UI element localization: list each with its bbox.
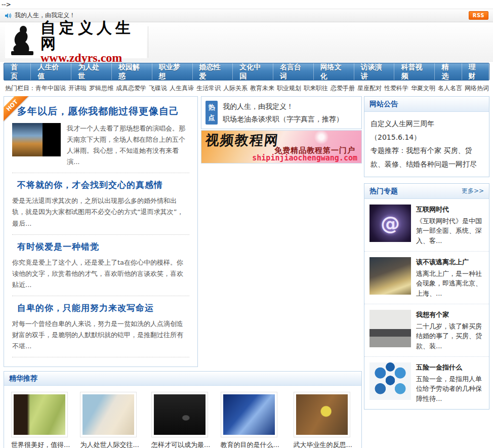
thinker-statue-icon [8,25,37,58]
featured-item: 世界很美好，值得... [7,392,76,448]
featured-thumb-two-women[interactable] [80,392,137,437]
notice-line[interactable]: 专题推荐：我想有个家 买房、贷款、装修、结婚各种问题一网打尽 [371,144,483,171]
topic-thumb-living-room [369,310,411,347]
nav-item-life-value[interactable]: 人生价值 [31,63,71,80]
hot-column-link[interactable]: 职业规划 [277,85,301,92]
topic-desc: 逃离北上广，是一种社会现象，即逃离北京、上海、... [416,269,484,299]
topic-title: 该不该逃离北上广 [416,257,484,267]
hot-column-link[interactable]: 罗辑思维 [89,85,113,92]
article-thumbnail-landscape[interactable] [12,123,61,156]
topic-item[interactable]: @ 互联网时代 《互联网时代》是中国第一部全面、系统、深入、客... [364,199,489,251]
article-title[interactable]: 不将就的你，才会找到交心的真感情 [17,179,189,191]
topic-item[interactable]: 我想有个家 二十几岁，该了解买房结婚的事了，买房、贷款、装... [364,304,489,356]
speaker-icon [5,12,12,19]
topic-title: 我想有个家 [416,310,484,320]
topic-desc: 《互联网时代》是中国第一部全面、系统、深入、客... [416,216,484,246]
site-name: 自定义人生网 [40,20,144,52]
hot-column-link[interactable]: 开讲啦 [68,85,87,92]
hot-topics-box: 热门专题 更多>> @ 互联网时代 《互联网时代》是中国第一部全面、系统、深入、… [364,183,489,410]
divider [12,234,189,235]
notice-line[interactable]: 自定义人生网三周年（2015.6.14） [371,117,483,144]
hot-column-link[interactable]: 职来职往 [304,85,328,92]
article-item: 多年以后，愿你我都能过得更像自己 我才一个人去看了那场想看的演唱会。那天南京下大… [12,105,189,168]
hot-column-link[interactable]: 生活常识 [196,85,221,92]
article-summary: 对每一个曾经自卑的人来说，努力是一贫如洗的人点滴创造财富的双手，是脆弱的人默默织… [12,318,189,352]
featured-thumb-autumn-leaf[interactable] [294,392,350,437]
nav-item-science-video[interactable]: 科普视频 [394,63,435,80]
featured-item: 为人处世人际交往... [76,392,147,448]
nav-item-finance[interactable]: 理财 [462,63,489,80]
featured-item: 武大毕业生的反思... [290,392,358,448]
nav-item-conduct[interactable]: 为人处世 [71,63,112,80]
featured-thumb-tv-interview[interactable] [221,392,277,437]
hot-topics-more-link[interactable]: 更多>> [462,187,484,195]
featured-caption[interactable]: 武大毕业生的反思... [294,440,354,448]
topic-thumb-internet-age: @ [369,205,411,242]
divider [12,357,189,357]
hot-columns-label: 热门栏目： [5,85,35,92]
stray-arrow-text: --> [0,0,493,9]
nav-item-selected[interactable]: 精选 [435,63,462,80]
topic-item[interactable]: 五险一金指什么 五险一金，是指用人单位给予劳动者的几种保障性待... [364,356,489,409]
hot-column-link[interactable]: 恋爱手册 [331,85,355,92]
logo-divider [148,26,148,58]
site-logo[interactable]: 自定义人生网 www.zdyrs.com [5,25,147,58]
topic-desc: 五险一金，是指用人单位给予劳动者的几种保障性待... [416,374,484,404]
hot-column-link[interactable]: 教育未来 [250,85,274,92]
nav-item-interviews[interactable]: 访谈演讲 [354,63,395,80]
hot-column-link[interactable]: 名人名言 [438,85,462,92]
hotspot-label: 热 点 [206,101,218,124]
article-summary: 爱是无法退而求其次的，之所以出现那么多的婚外情和出轨，就是因为大家都试图用不必交… [12,195,189,229]
featured-recommendations-section: 精华推荐 世界很美好，值得... 为人处世人际交往... 怎样才可以成为最... [4,371,362,448]
hot-columns-bar: 热门栏目：青年中国说开讲啦罗辑思维成真恋爱学飞碟说人生真谛生活常识人际关系教育未… [0,80,493,95]
hot-column-link[interactable]: 华夏文明 [411,85,435,92]
site-notice-box: 网站公告 自定义人生网三周年（2015.6.14） 专题推荐：我想有个家 买房、… [364,96,489,177]
article-title[interactable]: 有时候爱是一种错觉 [17,241,189,253]
topic-thumb-city-night [369,257,411,295]
featured-caption[interactable]: 怎样才可以成为最... [151,440,212,448]
nav-item-love[interactable]: 婚恋性爱 [193,63,233,80]
hot-ribbon-badge: HOT [4,96,29,121]
article-item: 有时候爱是一种错觉 你究竟是爱上了这个人，还是爱上了ta在你心中的模样。你读他的… [12,241,189,291]
topic-title: 五险一金指什么 [416,362,484,373]
article-summary: 你究竟是爱上了这个人，还是爱上了ta在你心中的模样。你读他的文字，欣赏着他的才气… [12,257,189,291]
hotspot-link[interactable]: 职场老油条谈求职（字字真言，推荐） [223,113,343,126]
nav-item-culture-china[interactable]: 文化中国 [233,63,273,80]
featured-thumb-stage-woman[interactable] [151,392,208,437]
hot-column-link[interactable]: 人生真谛 [170,85,194,92]
divider [12,173,189,173]
featured-caption[interactable]: 世界很美好，值得... [11,440,72,448]
hot-column-link[interactable]: 人际关系 [223,85,248,92]
hot-column-link[interactable]: 青年中国说 [35,85,66,92]
main-navigation: 首页 人生价值 为人处世 校园解惑 职业梦想 婚恋性爱 文化中国 名言台词 网络… [4,63,489,80]
hotspot-box: 热 点 我的人生，由我定义！ 职场老油条谈求职（字字真言，推荐） [201,96,362,129]
banner-url: shipinjiaochengwang.com [252,153,357,162]
hot-column-link[interactable]: 性爱科学 [384,85,408,92]
video-tutorial-ad-banner[interactable]: 视频教程网 免费精品教程第一门户 shipinjiaochengwang.com [201,130,362,164]
article-title[interactable]: 多年以后，愿你我都能过得更像自己 [17,105,189,118]
featured-thumb-girl-in-field[interactable] [11,392,68,437]
hot-column-link[interactable]: 星座配对 [357,85,382,92]
article-item: 自卑的你，只能用努力来改写命运 对每一个曾经自卑的人来说，努力是一贫如洗的人点滴… [12,302,189,352]
featured-item: 教育的目的是什么... [217,392,290,448]
rss-button[interactable]: RSS [469,11,488,20]
nav-item-career-dream[interactable]: 职业梦想 [152,63,193,80]
article-summary: 我才一个人去看了那场想看的演唱会。那天南京下大雨，全场人都在陪台上的五个人淋雨。… [67,123,189,168]
hot-column-link[interactable]: 网络热词 [465,85,489,92]
topic-item[interactable]: 该不该逃离北上广 逃离北上广，是一种社会现象，即逃离北京、上海、... [364,251,489,304]
site-url: www.zdyrs.com [40,52,144,64]
featured-caption[interactable]: 为人处世人际交往... [80,440,143,448]
topic-desc: 二十几岁，该了解买房结婚的事了，买房、贷款、装... [416,321,484,351]
notice-title: 网站公告 [369,100,398,109]
featured-caption[interactable]: 教育的目的是什么... [221,440,285,448]
topic-thumb-insurance-infographic [369,362,411,400]
hot-column-link[interactable]: 成真恋爱学 [116,85,146,92]
site-header: 自定义人生网 www.zdyrs.com [0,22,493,62]
nav-item-campus[interactable]: 校园解惑 [112,63,152,80]
nav-item-net-culture[interactable]: 网络文化 [314,63,354,80]
nav-item-home[interactable]: 首页 [4,63,31,80]
article-title[interactable]: 自卑的你，只能用努力来改写命运 [17,302,189,314]
hotspot-link[interactable]: 我的人生，由我定义！ [223,100,343,113]
nav-item-quotes[interactable]: 名言台词 [273,63,314,80]
hot-column-link[interactable]: 飞碟说 [149,85,167,92]
